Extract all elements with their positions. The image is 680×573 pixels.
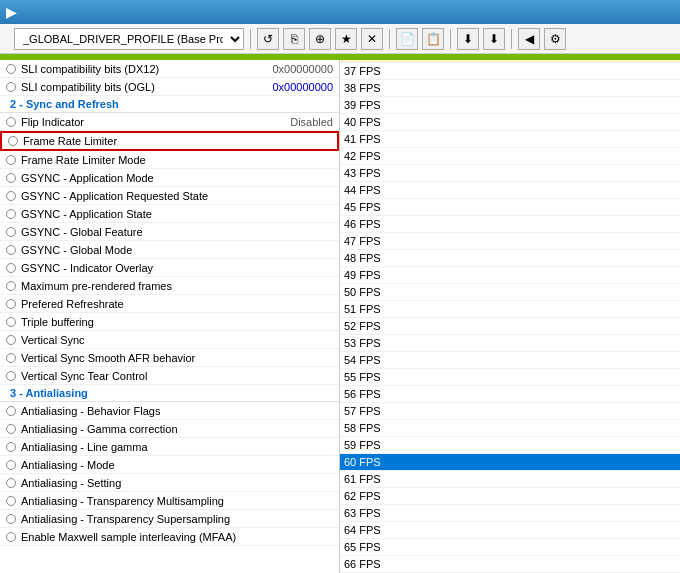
right-item-text-13: 49 FPS	[344, 269, 381, 281]
right-item-text-3: 39 FPS	[344, 99, 381, 111]
right-item-23[interactable]: 59 FPS	[340, 437, 680, 454]
radio-icon-10	[6, 245, 16, 255]
radio-icon-3	[6, 117, 16, 127]
doc-button-1[interactable]: 📄	[396, 28, 418, 50]
right-item-text-28: 64 FPS	[344, 524, 381, 536]
profile-select[interactable]: _GLOBAL_DRIVER_PROFILE (Base Profile)	[14, 28, 244, 50]
list-item-5[interactable]: Frame Rate Limiter Mode	[0, 151, 339, 169]
list-item-3[interactable]: Flip IndicatorDisabled	[0, 113, 339, 131]
list-item-text-1: SLI compatibility bits (OGL)	[21, 81, 272, 93]
list-item-text-23: Antialiasing - Setting	[21, 477, 333, 489]
radio-icon-24	[6, 496, 16, 506]
right-item-text-4: 40 FPS	[344, 116, 381, 128]
list-item-text-19: Antialiasing - Behavior Flags	[21, 405, 333, 417]
radio-icon-13	[6, 299, 16, 309]
list-item-text-6: GSYNC - Application Mode	[21, 172, 333, 184]
right-item-text-25: 61 FPS	[344, 473, 381, 485]
down-button-1[interactable]: ⬇	[457, 28, 479, 50]
right-item-text-24: 60 FPS	[344, 456, 381, 468]
right-item-13[interactable]: 49 FPS	[340, 267, 680, 284]
list-item-25[interactable]: Antialiasing - Transparency Supersamplin…	[0, 510, 339, 528]
right-item-14[interactable]: 50 FPS	[340, 284, 680, 301]
list-item-10[interactable]: GSYNC - Global Mode	[0, 241, 339, 259]
right-item-15[interactable]: 51 FPS	[340, 301, 680, 318]
right-item-text-23: 59 FPS	[344, 439, 381, 451]
right-item-text-6: 42 FPS	[344, 150, 381, 162]
right-item-21[interactable]: 57 FPS	[340, 403, 680, 420]
radio-icon-15	[6, 335, 16, 345]
copy-button[interactable]: ⎘	[283, 28, 305, 50]
right-item-17[interactable]: 53 FPS	[340, 335, 680, 352]
back-button[interactable]: ◀	[518, 28, 540, 50]
right-item-18[interactable]: 54 FPS	[340, 352, 680, 369]
right-item-1[interactable]: 37 FPS	[340, 63, 680, 80]
right-item-22[interactable]: 58 FPS	[340, 420, 680, 437]
list-item-text-20: Antialiasing - Gamma correction	[21, 423, 333, 435]
radio-icon-0	[6, 64, 16, 74]
right-item-20[interactable]: 56 FPS	[340, 386, 680, 403]
right-item-text-15: 51 FPS	[344, 303, 381, 315]
list-item-16[interactable]: Vertical Sync Smooth AFR behavior	[0, 349, 339, 367]
right-item-text-21: 57 FPS	[344, 405, 381, 417]
list-item-7[interactable]: GSYNC - Application Requested State	[0, 187, 339, 205]
right-item-11[interactable]: 47 FPS	[340, 233, 680, 250]
right-item-2[interactable]: 38 FPS	[340, 80, 680, 97]
list-item-text-16: Vertical Sync Smooth AFR behavior	[21, 352, 333, 364]
right-item-8[interactable]: 44 FPS	[340, 182, 680, 199]
list-item-26[interactable]: Enable Maxwell sample interleaving (MFAA…	[0, 528, 339, 546]
list-item-15[interactable]: Vertical Sync	[0, 331, 339, 349]
right-item-7[interactable]: 43 FPS	[340, 165, 680, 182]
list-item-11[interactable]: GSYNC - Indicator Overlay	[0, 259, 339, 277]
list-item-24[interactable]: Antialiasing - Transparency Multisamplin…	[0, 492, 339, 510]
star-button[interactable]: ★	[335, 28, 357, 50]
refresh-button[interactable]: ↺	[257, 28, 279, 50]
right-item-text-12: 48 FPS	[344, 252, 381, 264]
right-item-24[interactable]: 60 FPS	[340, 454, 680, 471]
right-item-3[interactable]: 39 FPS	[340, 97, 680, 114]
right-item-text-1: 37 FPS	[344, 65, 381, 77]
radio-icon-6	[6, 173, 16, 183]
right-item-6[interactable]: 42 FPS	[340, 148, 680, 165]
list-item-21[interactable]: Antialiasing - Line gamma	[0, 438, 339, 456]
section-header-18: 3 - Antialiasing	[0, 385, 339, 402]
list-item-0[interactable]: SLI compatibility bits (DX12)0x00000000	[0, 60, 339, 78]
list-item-23[interactable]: Antialiasing - Setting	[0, 474, 339, 492]
right-item-4[interactable]: 40 FPS	[340, 114, 680, 131]
list-item-6[interactable]: GSYNC - Application Mode	[0, 169, 339, 187]
right-item-29[interactable]: 65 FPS	[340, 539, 680, 556]
list-item-13[interactable]: Prefered Refreshrate	[0, 295, 339, 313]
right-item-9[interactable]: 45 FPS	[340, 199, 680, 216]
list-item-9[interactable]: GSYNC - Global Feature	[0, 223, 339, 241]
right-item-10[interactable]: 46 FPS	[340, 216, 680, 233]
radio-icon-11	[6, 263, 16, 273]
right-item-5[interactable]: 41 FPS	[340, 131, 680, 148]
down-button-2[interactable]: ⬇	[483, 28, 505, 50]
list-item-12[interactable]: Maximum pre-rendered frames	[0, 277, 339, 295]
settings-button[interactable]: ⚙	[544, 28, 566, 50]
right-item-12[interactable]: 48 FPS	[340, 250, 680, 267]
list-item-14[interactable]: Triple buffering	[0, 313, 339, 331]
right-item-text-11: 47 FPS	[344, 235, 381, 247]
right-item-text-18: 54 FPS	[344, 354, 381, 366]
right-item-30[interactable]: 66 FPS	[340, 556, 680, 573]
list-item-20[interactable]: Antialiasing - Gamma correction	[0, 420, 339, 438]
list-item-19[interactable]: Antialiasing - Behavior Flags	[0, 402, 339, 420]
doc-button-2[interactable]: 📋	[422, 28, 444, 50]
right-item-28[interactable]: 64 FPS	[340, 522, 680, 539]
right-item-text-14: 50 FPS	[344, 286, 381, 298]
nvidia-button[interactable]: ⊕	[309, 28, 331, 50]
radio-icon-1	[6, 82, 16, 92]
list-item-1[interactable]: SLI compatibility bits (OGL)0x00000000	[0, 78, 339, 96]
list-item-4[interactable]: Frame Rate Limiter	[0, 131, 339, 151]
right-item-text-22: 58 FPS	[344, 422, 381, 434]
right-item-25[interactable]: 61 FPS	[340, 471, 680, 488]
right-item-16[interactable]: 52 FPS	[340, 318, 680, 335]
close-profile-button[interactable]: ✕	[361, 28, 383, 50]
list-item-8[interactable]: GSYNC - Application State	[0, 205, 339, 223]
right-item-27[interactable]: 63 FPS	[340, 505, 680, 522]
right-item-19[interactable]: 55 FPS	[340, 369, 680, 386]
list-item-22[interactable]: Antialiasing - Mode	[0, 456, 339, 474]
list-item-value-0: 0x00000000	[272, 63, 333, 75]
right-item-26[interactable]: 62 FPS	[340, 488, 680, 505]
list-item-17[interactable]: Vertical Sync Tear Control	[0, 367, 339, 385]
